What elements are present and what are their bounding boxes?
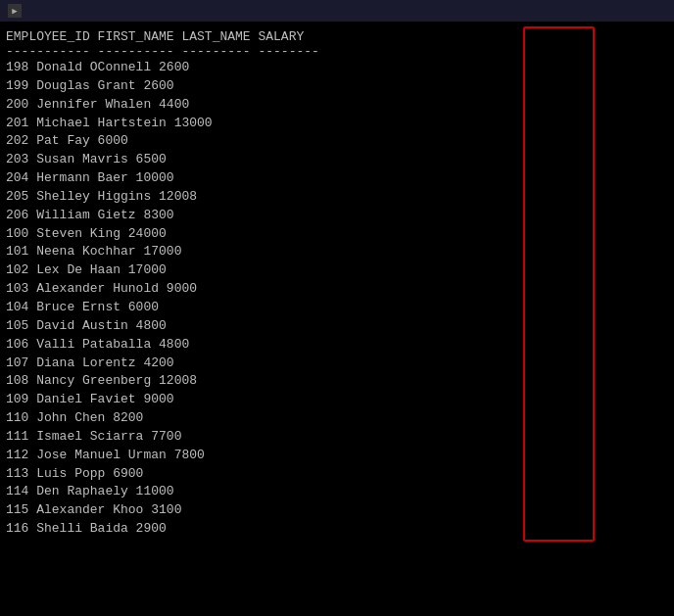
table-row: 107 Diana Lorentz 4200: [6, 355, 668, 373]
table-row: 100 Steven King 24000: [6, 225, 668, 244]
table-row: 114 Den Raphaely 11000: [6, 483, 668, 501]
table-row: 205 Shelley Higgins 12008: [6, 188, 668, 207]
content-area: EMPLOYEE_ID FIRST_NAME LAST_NAME SALARY …: [0, 22, 674, 543]
table-row: 199 Douglas Grant 2600: [6, 77, 668, 96]
table-row: 108 Nancy Greenberg 12008: [6, 372, 668, 391]
table-row: 115 Alexander Khoo 3100: [6, 501, 668, 520]
data-rows: 198 Donald OConnell 2600 199 Douglas Gra…: [6, 59, 668, 539]
title-bar: ▶: [0, 0, 674, 22]
table-row: 116 Shelli Baida 2900: [6, 520, 668, 539]
table-row: 101 Neena Kochhar 17000: [6, 243, 668, 261]
table-row: 109 Daniel Faviet 9000: [6, 391, 668, 409]
table-row: 110 John Chen 8200: [6, 409, 668, 428]
table-row: 111 Ismael Sciarra 7700: [6, 428, 668, 447]
table-row: 203 Susan Mavris 6500: [6, 151, 668, 169]
table-row: 204 Hermann Baer 10000: [6, 169, 668, 188]
column-dividers: ----------- ---------- --------- -------…: [6, 44, 668, 59]
table-wrapper: EMPLOYEE_ID FIRST_NAME LAST_NAME SALARY …: [6, 29, 668, 539]
table-row: 206 William Gietz 8300: [6, 207, 668, 225]
table-row: 113 Luis Popp 6900: [6, 465, 668, 484]
table-row: 200 Jennifer Whalen 4400: [6, 96, 668, 115]
table-row: 103 Alexander Hunold 9000: [6, 280, 668, 299]
table-row: 112 Jose Manuel Urman 7800: [6, 447, 668, 465]
table-row: 102 Lex De Haan 17000: [6, 261, 668, 280]
table-row: 198 Donald OConnell 2600: [6, 59, 668, 77]
table-row: 202 Pat Fay 6000: [6, 132, 668, 151]
table-row: 201 Michael Hartstein 13000: [6, 115, 668, 133]
cmd-icon: ▶: [8, 4, 22, 18]
table-row: 106 Valli Pataballa 4800: [6, 336, 668, 355]
column-headers: EMPLOYEE_ID FIRST_NAME LAST_NAME SALARY: [6, 29, 668, 44]
table-row: 104 Bruce Ernst 6000: [6, 299, 668, 317]
table-row: 105 David Austin 4800: [6, 317, 668, 336]
